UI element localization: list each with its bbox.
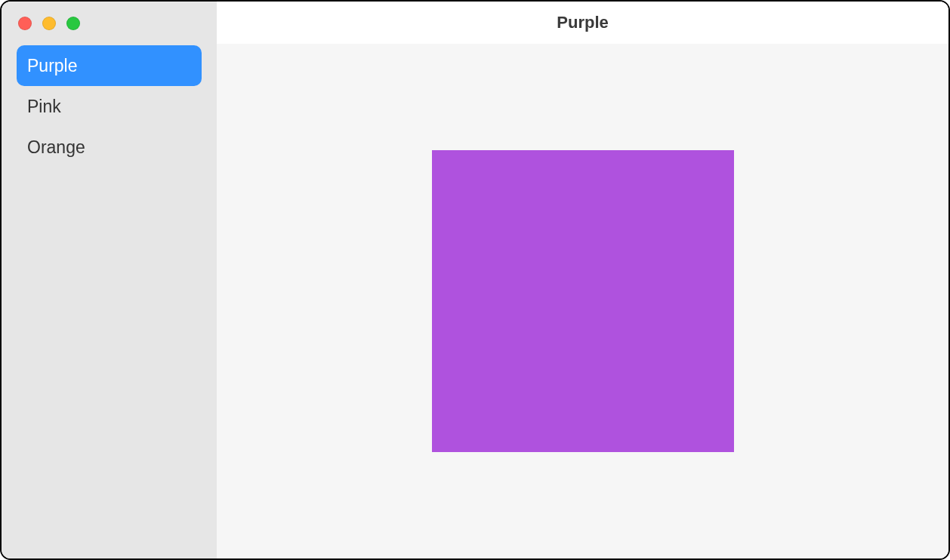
window-minimize-button[interactable]: [42, 17, 56, 30]
sidebar-item-pink[interactable]: Pink: [17, 86, 202, 127]
app-window: Purple Pink Orange Purple: [0, 0, 950, 560]
sidebar-item-label: Orange: [27, 137, 85, 158]
sidebar-item-purple[interactable]: Purple: [17, 45, 202, 86]
page-title: Purple: [557, 13, 608, 32]
sidebar-item-orange[interactable]: Orange: [17, 127, 202, 168]
sidebar-item-label: Purple: [27, 56, 77, 76]
traffic-lights: [2, 2, 217, 41]
sidebar: Purple Pink Orange: [2, 2, 217, 558]
sidebar-item-label: Pink: [27, 97, 61, 117]
window-close-button[interactable]: [18, 17, 32, 30]
main-area: Purple: [217, 2, 948, 558]
titlebar: Purple: [217, 2, 948, 44]
sidebar-list: Purple Pink Orange: [2, 41, 217, 168]
window-maximize-button[interactable]: [66, 17, 80, 30]
content-area: [217, 44, 948, 558]
color-swatch: [432, 150, 734, 452]
